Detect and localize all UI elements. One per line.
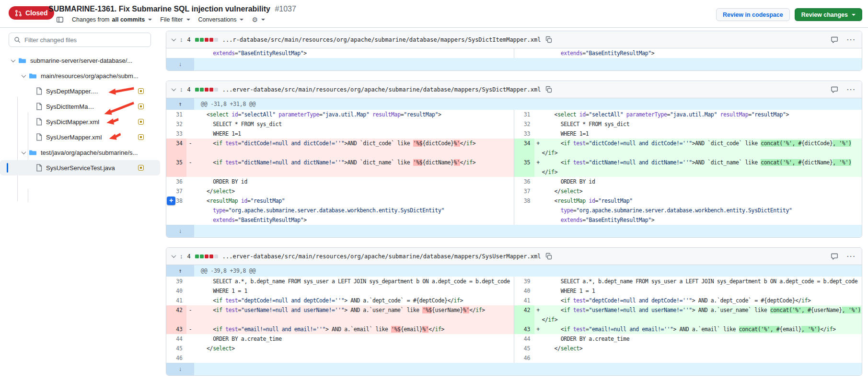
code-cell: ORDER BY id (194, 177, 514, 186)
copy-path-icon[interactable] (545, 36, 553, 44)
line-number[interactable]: 37 (514, 186, 534, 196)
tree-file-sysdeptmapper-xml[interactable]: SysDeptMapper.xml (0, 83, 160, 99)
expand-diff-row: ↓ (166, 363, 862, 375)
code-line: <if test="email!=null and email!=''"> AN… (194, 324, 514, 334)
changes-from-dropdown[interactable]: Changes from all commits (72, 16, 152, 23)
line-number[interactable]: 39 (514, 277, 534, 286)
code-line: type="org.apache.submarine.server.databa… (194, 206, 514, 215)
kebab-menu-icon[interactable]: ··· (847, 36, 856, 43)
tree-file-sysusermapper-xml[interactable]: SysUserMapper.xml (0, 129, 160, 145)
diffstat-block-del (205, 88, 208, 92)
kebab-menu-icon[interactable]: ··· (847, 86, 856, 93)
line-number[interactable]: 46 (514, 353, 534, 363)
code-cell: SELECT a.*, b.dept_name FROM sys_user a … (194, 277, 514, 286)
drag-handle-icon[interactable]: ↕ (180, 253, 183, 260)
tree-folder-main-resources-org-apache-subm[interactable]: main/resources/org/apache/subm... (0, 68, 160, 83)
tree-folder-submarine-server-server-database[interactable]: submarine-server/server-database/... (0, 53, 160, 68)
kebab-menu-icon[interactable]: ··· (847, 253, 856, 260)
line-number[interactable]: 33 (514, 129, 534, 139)
tree-folder-test-java-org-apache-submarine-s[interactable]: test/java/org/apache/submarine/s... (0, 145, 160, 160)
line-number[interactable]: 40 (514, 286, 534, 296)
code-line: SELECT a.*, b.dept_name FROM sys_user a … (194, 277, 514, 286)
line-number[interactable]: 40 (166, 286, 186, 296)
tree-file-sysuserservicetest-java[interactable]: SysUserServiceTest.java (0, 160, 160, 175)
line-number[interactable]: 33 (166, 129, 186, 139)
line-number[interactable]: 38 (514, 196, 534, 225)
folder-icon (29, 149, 37, 156)
line-number[interactable]: 34 (166, 139, 186, 158)
filter-changed-files-input[interactable] (24, 36, 146, 44)
drag-handle-icon[interactable]: ↕ (180, 86, 183, 93)
line-number[interactable]: 42 (514, 305, 534, 324)
line-number[interactable]: 37 (166, 186, 186, 196)
line-number[interactable]: 35 (514, 158, 534, 177)
code-line: extends="BaseEntityResultMap"> (542, 215, 862, 225)
chevron-down-icon (240, 19, 243, 21)
expand-down-button[interactable]: ↓ (166, 225, 194, 237)
tree-file-sysdictitemmapper-xml[interactable]: SysDictItemMapper.xml (0, 99, 160, 114)
code-line: </if> (542, 148, 862, 158)
line-number[interactable]: 41 (166, 296, 186, 305)
line-number[interactable]: 36 (514, 177, 534, 186)
drag-handle-icon[interactable]: ↕ (180, 36, 183, 43)
expand-down-button[interactable]: ↓ (166, 58, 194, 70)
expand-down-button[interactable]: ↓ (166, 363, 194, 375)
line-number[interactable]: 46 (166, 353, 186, 363)
file-tree-sidebar: submarine-server/server-database/...main… (0, 28, 160, 382)
line-number[interactable]: 41 (514, 296, 534, 305)
tree-item-label: submarine-server/server-database/... (30, 57, 132, 64)
line-number[interactable]: 31 (514, 110, 534, 119)
file-path[interactable]: ...erver-database/src/main/resources/org… (222, 253, 541, 260)
line-number[interactable]: 36 (166, 177, 186, 186)
file-path[interactable]: ...erver-database/src/main/resources/org… (222, 86, 541, 93)
review-in-codespace-button[interactable]: Review in codespace (716, 8, 790, 21)
line-number[interactable]: 32 (514, 119, 534, 129)
collapse-file-icon[interactable] (172, 253, 176, 258)
sidebar-toggle-icon[interactable] (56, 16, 64, 23)
collapse-file-icon[interactable] (172, 36, 176, 41)
hunk-range-label: @@ -39,8 +39,8 @@ (194, 265, 255, 277)
code-cell: <select id="selectAll" parameterType="ja… (194, 110, 514, 119)
diff-new-side: 37 </select> (514, 186, 862, 196)
diff-row: 33 WHERE 1=133 WHERE 1=1 (166, 129, 862, 139)
line-number[interactable]: 43 (514, 324, 534, 334)
status-badge-label: Closed (25, 9, 48, 17)
conversations-dropdown[interactable]: Conversations (198, 16, 244, 23)
line-number[interactable]: 45 (166, 344, 186, 353)
line-number[interactable]: 45 (514, 344, 534, 353)
line-number[interactable]: 43 (166, 324, 186, 334)
tree-item-label: test/java/org/apache/submarine/s... (41, 149, 138, 156)
copy-path-icon[interactable] (545, 253, 553, 260)
diffstat-block-add (200, 255, 204, 258)
diff-row: 36 ORDER BY id36 ORDER BY id (166, 177, 862, 186)
diff-settings-gear[interactable]: ⚙ (252, 16, 265, 23)
review-changes-button[interactable]: Review changes (795, 8, 862, 21)
diff-sign: - (186, 139, 194, 158)
comment-icon[interactable] (831, 253, 838, 260)
line-number[interactable] (514, 48, 534, 58)
tree-file-sysdictmapper-xml[interactable]: SysDictMapper.xml (0, 114, 160, 129)
line-number[interactable]: 32 (166, 119, 186, 129)
line-number[interactable]: 44 (514, 334, 534, 344)
line-number[interactable]: 42 (166, 305, 186, 324)
diff-row: 38 <resultMap id="resultMap" type="org.a… (166, 196, 862, 225)
diffstat-block-none (214, 38, 218, 42)
line-number[interactable] (166, 48, 186, 58)
collapse-file-icon[interactable] (172, 86, 176, 91)
add-comment-button[interactable]: + (167, 197, 175, 205)
file-filter-dropdown[interactable]: File filter (160, 16, 190, 23)
file-path[interactable]: ...r-database/src/main/resources/org/apa… (222, 36, 541, 43)
diff-new-side: 31 <select id="selectAll" parameterType=… (514, 110, 862, 119)
comment-icon[interactable] (831, 36, 838, 44)
expand-up-button[interactable]: ↑ (166, 98, 194, 110)
line-number[interactable]: 35 (166, 158, 186, 177)
comment-icon[interactable] (831, 86, 838, 93)
line-number[interactable]: 44 (166, 334, 186, 344)
code-line: </if> (542, 167, 862, 177)
copy-path-icon[interactable] (545, 86, 553, 93)
line-number[interactable]: 39 (166, 277, 186, 286)
expand-up-button[interactable]: ↑ (166, 265, 194, 277)
line-number[interactable]: 31 (166, 110, 186, 119)
code-cell: <if test="dictName!=null and dictName!='… (194, 158, 514, 177)
line-number[interactable]: 34 (514, 139, 534, 158)
